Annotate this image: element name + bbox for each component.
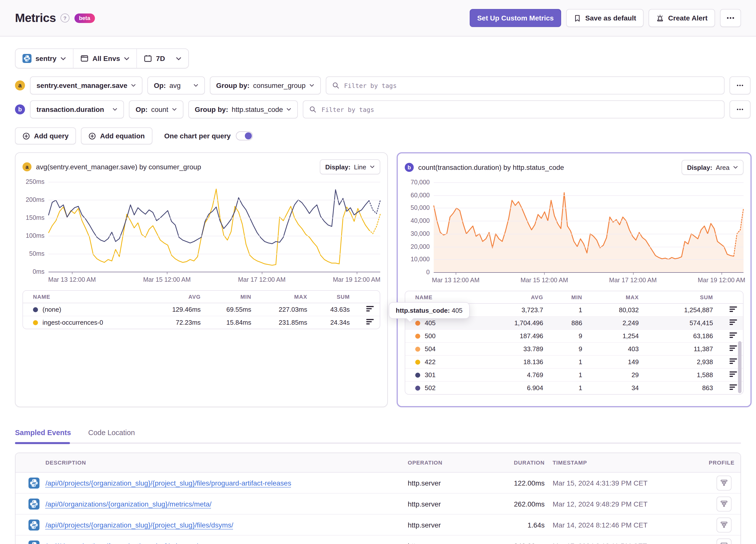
series-name: 405: [425, 319, 435, 327]
profile-button[interactable]: [717, 538, 732, 544]
series-min: 1: [548, 368, 587, 381]
summary-column-min: MIN: [548, 291, 587, 303]
menu-icon[interactable]: [730, 358, 737, 364]
add-equation-button[interactable]: Add equation: [81, 127, 152, 144]
profile-button[interactable]: [717, 475, 732, 490]
summary-row[interactable]: (none)129.46ms69.55ms227.03ms43.63s: [23, 303, 380, 316]
profile-button[interactable]: [717, 496, 732, 511]
summary-column-sum: SUM: [643, 291, 718, 303]
series-sum: 2,938: [643, 355, 718, 368]
series-min: 9: [548, 342, 587, 355]
series-min: 1: [548, 381, 587, 394]
series-sum: 1,254,887: [643, 303, 718, 316]
event-timestamp: Mar 14, 2024 8:12:46 PM CET: [551, 519, 701, 531]
x-tick-label: Mar 15 12:00 AM: [520, 277, 568, 284]
series-actions-cell: [718, 329, 743, 342]
query-a-more-button[interactable]: [730, 76, 751, 94]
save-as-default-button[interactable]: Save as default: [566, 9, 644, 27]
menu-icon[interactable]: [366, 319, 374, 325]
menu-icon[interactable]: [730, 332, 737, 338]
header-more-button[interactable]: [720, 9, 741, 27]
summary-row[interactable]: 3014.7691291,588: [405, 368, 743, 381]
tag-filter-input-a[interactable]: [343, 81, 718, 90]
profile-button[interactable]: [717, 517, 732, 532]
summary-row[interactable]: 5026.904134863: [405, 381, 743, 394]
menu-icon[interactable]: [730, 384, 737, 390]
menu-icon[interactable]: [730, 345, 737, 351]
event-description-link[interactable]: /api/0/organizations/{organization_slug}…: [45, 542, 198, 544]
series-name-cell: 504: [405, 342, 473, 355]
group-by-select-b[interactable]: Group by: http.status_code: [188, 100, 298, 118]
event-description-link[interactable]: /api/0/projects/{organization_slug}/{pro…: [45, 521, 233, 529]
series-color-dot: [415, 386, 420, 391]
metric-select-b[interactable]: transaction.duration: [30, 100, 124, 118]
tab-active-indicator: [15, 442, 70, 444]
menu-icon[interactable]: [730, 371, 737, 377]
add-query-button[interactable]: Add query: [15, 127, 76, 144]
gridline: [434, 247, 744, 247]
y-tick-label: 200ms: [26, 196, 44, 203]
display-select-a[interactable]: Display: Line: [320, 159, 380, 174]
series-avg: 4.769: [473, 368, 548, 381]
menu-icon[interactable]: [730, 306, 737, 312]
series-avg: 187.496: [473, 329, 548, 342]
series-max: 231.85ms: [256, 316, 312, 329]
summary-column-avg: AVG: [473, 291, 548, 303]
one-chart-per-query-toggle[interactable]: [236, 131, 253, 140]
series-color-dot: [415, 360, 420, 365]
summary-row[interactable]: 50433.789940311,387: [405, 342, 743, 355]
table-scrollbar[interactable]: [738, 341, 742, 393]
menu-icon[interactable]: [366, 306, 374, 312]
series-max: 403: [587, 342, 643, 355]
tag-filter-input-b[interactable]: [321, 105, 718, 114]
area-chart-b[interactable]: [434, 182, 744, 273]
line-chart-a[interactable]: [48, 182, 380, 272]
search-icon: [332, 82, 339, 89]
display-select-b[interactable]: Display: Area: [682, 160, 744, 175]
setup-custom-metrics-button[interactable]: Set Up Custom Metrics: [470, 9, 561, 27]
query-row-b: b transaction.duration Op: count Group b…: [15, 100, 751, 118]
x-tick-mark: [633, 273, 633, 275]
event-row: /api/0/organizations/{organization_slug}…: [15, 493, 741, 514]
metric-select-a[interactable]: sentry.event_manager.save: [30, 76, 142, 94]
tooltip-value: 405: [452, 307, 462, 314]
series-name: 500: [425, 332, 435, 340]
y-tick-label: 250ms: [26, 178, 44, 185]
event-description-link[interactable]: /api/0/organizations/{organization_slug}…: [45, 500, 212, 508]
group-by-select-a[interactable]: Group by: consumer_group: [210, 76, 321, 94]
summary-row[interactable]: 500187.49691,25463,186: [405, 329, 743, 342]
create-alert-button[interactable]: Create Alert: [649, 9, 715, 27]
event-profile-cell: [701, 494, 741, 513]
profile-icon: [721, 501, 728, 507]
query-b-more-button[interactable]: [730, 100, 751, 118]
tab-sampled-events[interactable]: Sampled Events: [15, 429, 71, 437]
y-tick-label: 10,000: [411, 256, 430, 263]
op-select-b[interactable]: Op: count: [129, 100, 183, 118]
summary-column-actions: [354, 291, 380, 303]
profile-icon: [721, 480, 728, 486]
tooltip-label: http.status_code:: [396, 307, 450, 314]
series-sum: 24.34s: [312, 316, 354, 329]
gridline: [48, 218, 380, 218]
event-description-link[interactable]: /api/0/projects/{organization_slug}/{pro…: [45, 479, 291, 487]
series-avg: 33.789: [473, 342, 548, 355]
gridline: [434, 208, 744, 209]
date-range-selector[interactable]: 7D: [137, 49, 189, 68]
event-row: /api/0/projects/{organization_slug}/{pro…: [15, 514, 741, 535]
help-icon[interactable]: ?: [60, 13, 69, 22]
series-actions-cell: [718, 316, 743, 329]
op-label: Op:: [154, 81, 166, 89]
environment-selector[interactable]: All Envs: [73, 49, 137, 68]
group-by-label: Group by:: [216, 81, 250, 89]
op-select-a[interactable]: Op: avg: [147, 76, 205, 94]
summary-row[interactable]: 42218.13611492,938: [405, 355, 743, 368]
summary-row[interactable]: ingest-occurrences-072.23ms15.84ms231.85…: [23, 316, 380, 329]
series-tooltip: http.status_code: 405: [389, 302, 469, 319]
display-value-a: Line: [354, 163, 366, 171]
ellipsis-icon: [727, 17, 735, 19]
tab-code-location[interactable]: Code Location: [88, 429, 135, 437]
series-color-dot: [415, 373, 420, 378]
menu-icon[interactable]: [730, 319, 737, 325]
project-selector[interactable]: sentry: [15, 49, 73, 68]
series-max: 29: [587, 368, 643, 381]
